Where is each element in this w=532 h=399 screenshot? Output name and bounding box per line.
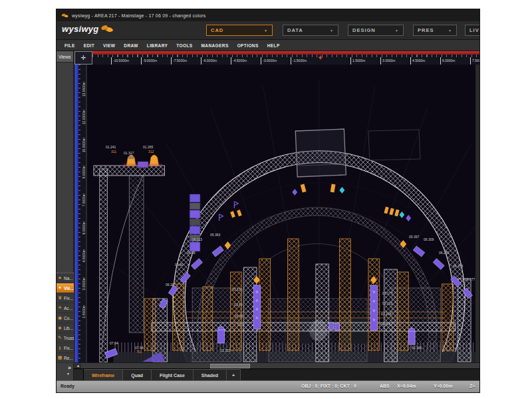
v-ruler-label: 3.0000m	[81, 277, 86, 290]
mode-button-design[interactable]: DESIGN▼	[348, 25, 404, 36]
canvas-horizontal-scrollbar[interactable]: ◀	[74, 362, 479, 368]
h-ruler-label: 3.0000m	[380, 57, 395, 65]
fixture-label: 01.265	[143, 146, 153, 149]
menu-help[interactable]: HELP	[267, 43, 280, 48]
menu-library[interactable]: LIBRARY	[147, 43, 168, 48]
panel-tab-label: Na...	[64, 276, 73, 281]
fixture-label: 06.113	[192, 238, 202, 241]
origin-marker-icon: ✛	[319, 55, 323, 61]
view-tab-bar: Wireframe Quad Flight Case Shaded +	[74, 368, 479, 380]
sun-icon: ☀	[57, 305, 63, 311]
v-ruler-label: 10.5000m	[81, 138, 86, 152]
page-background: wysiwyg - AREA 217 - Mainstage - 17 06 0…	[0, 0, 532, 399]
cad-viewport[interactable]: 01.24131101.31760401.26531205.36306.1130…	[87, 65, 475, 362]
tab-wireframe[interactable]: Wireframe	[84, 369, 123, 380]
tab-shaded[interactable]: Shaded	[194, 369, 227, 380]
panel-tab-views[interactable]: ✦Vie...	[57, 283, 74, 293]
panel-overflow-arrow-icon[interactable]: ▼	[66, 372, 70, 376]
fixture-label: 06.11	[166, 283, 174, 287]
horizontal-ruler[interactable]: -10.5000m-9.0000m-7.5000m-6.0000m-4.5000…	[92, 51, 479, 65]
status-y-coordinate: Y=0.00m	[434, 384, 453, 388]
scrollbar-thumb[interactable]	[210, 364, 250, 368]
menu-file[interactable]: FILE	[65, 43, 75, 48]
v-ruler-label: 7.5000m	[81, 194, 86, 206]
logo-butterfly-icon	[100, 24, 114, 34]
panel-tab-fixtures[interactable]: ♛Fix...	[57, 293, 74, 303]
panel-tab-renderings[interactable]: ▦Re...	[57, 353, 74, 363]
panel-tab-label: Co...	[64, 316, 73, 321]
faint-frame	[368, 130, 420, 160]
menu-tools[interactable]: TOOLS	[176, 43, 192, 48]
fixture-label: 03.89	[234, 303, 243, 307]
h-ruler-label: -9.0000m	[141, 57, 157, 65]
fixture-label: 06.253	[453, 265, 463, 268]
mode-button-cad[interactable]: CAD▼	[206, 25, 273, 36]
status-z-coordinate: Z=	[469, 384, 475, 388]
mode-label: DESIGN	[352, 27, 376, 33]
workspace: ✛ -10.5000m-9.0000m-7.5000m-6.0000m-4.50…	[74, 51, 479, 380]
panel-tab-truss[interactable]: ✎Truss	[57, 333, 74, 343]
scrollbar-left-arrow-icon[interactable]: ◀	[74, 364, 81, 368]
vertical-ruler[interactable]: 13.5000m12.0000m10.5000m9.0000m7.5000m6.…	[75, 65, 86, 362]
fixture-label: 01.241	[106, 146, 116, 149]
window-title: wysiwyg - AREA 217 - Mainstage - 17 06 0…	[72, 13, 205, 18]
dropdown-arrow-icon[interactable]: ▼	[264, 29, 268, 33]
logo-text: wysiwyg	[62, 24, 99, 34]
menu-options[interactable]: OPTIONS	[237, 43, 259, 48]
fixture-label: 06.177	[465, 278, 475, 281]
mode-toolbar: wysiwyg CAD▼ DATA▼ DESIGN▼ PRES▼ LIVE▼	[57, 21, 479, 40]
mode-label: LIVE	[469, 27, 479, 33]
mode-label: DATA	[287, 27, 303, 33]
dropdown-arrow-icon[interactable]: ▼	[448, 29, 452, 33]
h-ruler-label: -6.0000m	[201, 57, 217, 65]
panel-tab-accessories[interactable]: ☀Ac...	[57, 303, 74, 313]
panel-tab-label: Truss	[64, 336, 74, 340]
mode-button-data[interactable]: DATA▼	[283, 25, 338, 36]
fixture-label: 03.353	[220, 349, 230, 352]
apex-fixtures	[219, 184, 412, 221]
panel-tab-consoles[interactable]: ◉Co...	[57, 313, 74, 323]
vertical-ruler-ticks: 13.5000m12.0000m10.5000m9.0000m7.5000m6.…	[78, 65, 86, 362]
stage-wireframe-drawing	[87, 65, 475, 362]
menu-managers[interactable]: MANAGERS	[201, 43, 229, 48]
dropdown-arrow-icon[interactable]: ▼	[330, 29, 334, 33]
mode-label: CAD	[211, 27, 223, 33]
status-counts: OBJ : 0; FIXT : 0; CKT : 0	[301, 384, 356, 388]
menu-draw[interactable]: DRAW	[124, 43, 138, 48]
horizontal-ruler-ticks: -10.5000m-9.0000m-7.5000m-6.0000m-4.5000…	[92, 55, 479, 65]
left-tower-mast	[133, 184, 139, 331]
app-butterfly-icon	[61, 13, 68, 19]
panel-tab-fixture-tools[interactable]: ‖Fix...	[57, 343, 74, 353]
menu-edit[interactable]: EDIT	[84, 43, 94, 48]
panel-tab-library[interactable]: ◈Lib...	[57, 323, 74, 333]
fixture-label: 311	[111, 150, 116, 154]
fixture-label: 03.395	[412, 346, 422, 350]
fixture-label: 312	[148, 150, 154, 154]
image-icon: ▦	[57, 355, 63, 360]
v-ruler-label: 13.5000m	[81, 82, 86, 96]
tab-flight-case[interactable]: Flight Case	[152, 369, 194, 380]
tab-scroll-left-icon[interactable]	[74, 369, 84, 380]
menu-view[interactable]: VIEW	[103, 43, 115, 48]
tab-add-view[interactable]: +	[227, 369, 241, 380]
panel-tab-named-views[interactable]: ★Na...	[57, 273, 74, 283]
fixture-label: 01.317	[124, 152, 134, 155]
fixture-label: 03.130	[232, 288, 242, 291]
sidebar-header: Views	[57, 51, 73, 63]
pencil-icon: ✎	[57, 335, 63, 340]
fixture-label: 06.309	[424, 238, 434, 241]
tab-quad[interactable]: Quad	[123, 369, 152, 380]
dropdown-arrow-icon[interactable]: ▼	[395, 29, 399, 33]
fixture-label: 03.268	[381, 313, 391, 316]
menu-bar: FILE EDIT VIEW DRAW LIBRARY TOOLS MANAGE…	[57, 40, 479, 51]
h-ruler-label: -1.5000m	[291, 57, 307, 65]
status-bar: Ready OBJ : 0; FIXT : 0; CKT : 0 ABS X=9…	[57, 380, 479, 392]
ruler-corner-pan-icon[interactable]: ✛	[74, 51, 92, 65]
fixture-label: 07.64	[110, 342, 118, 345]
mode-button-live[interactable]: LIVE▼	[465, 25, 479, 36]
fixture-label: 06.49	[187, 251, 196, 255]
panel-overflow-chevron-icon[interactable]: »	[68, 364, 71, 371]
mode-button-pres[interactable]: PRES▼	[413, 25, 457, 36]
v-ruler-label: 9.0000m	[81, 166, 86, 178]
fixture-label: 03.45	[235, 315, 243, 318]
